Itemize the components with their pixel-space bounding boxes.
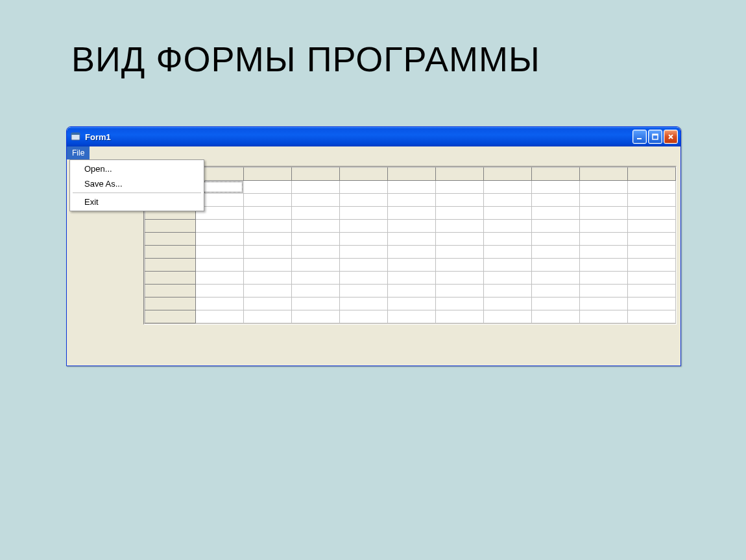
grid-cell[interactable] <box>196 285 244 298</box>
grid-cell[interactable] <box>484 220 532 233</box>
close-button[interactable] <box>664 130 678 144</box>
grid-cell[interactable] <box>580 272 628 285</box>
grid-cell[interactable] <box>388 207 436 220</box>
grid-cell[interactable] <box>340 194 388 207</box>
grid-cell[interactable] <box>484 310 532 323</box>
grid-cell[interactable] <box>388 310 436 323</box>
grid-cell[interactable] <box>244 259 292 272</box>
grid-cell[interactable] <box>580 246 628 259</box>
grid-cell[interactable] <box>484 194 532 207</box>
grid-cell[interactable] <box>580 298 628 310</box>
grid-cell[interactable] <box>196 272 244 285</box>
grid-cell[interactable] <box>580 194 628 207</box>
grid-cell[interactable] <box>340 246 388 259</box>
grid-row-header[interactable] <box>145 285 196 298</box>
grid-cell[interactable] <box>244 194 292 207</box>
grid-cell[interactable] <box>628 285 676 298</box>
grid-cell[interactable] <box>340 272 388 285</box>
grid-cell[interactable] <box>292 207 340 220</box>
grid-cell[interactable] <box>628 259 676 272</box>
grid-cell[interactable] <box>388 194 436 207</box>
grid-col-header[interactable] <box>388 168 436 181</box>
grid-cell[interactable] <box>244 310 292 323</box>
grid-cell[interactable] <box>484 233 532 246</box>
grid-cell[interactable] <box>580 259 628 272</box>
grid-cell[interactable] <box>628 233 676 246</box>
grid-cell[interactable] <box>484 259 532 272</box>
grid-cell[interactable] <box>580 285 628 298</box>
grid-cell[interactable] <box>532 298 580 310</box>
grid-row-header[interactable] <box>145 259 196 272</box>
grid-cell[interactable] <box>436 220 484 233</box>
grid-cell[interactable] <box>388 272 436 285</box>
grid-cell[interactable] <box>388 220 436 233</box>
grid-col-header[interactable] <box>580 168 628 181</box>
grid-cell[interactable] <box>196 310 244 323</box>
grid-cell[interactable] <box>484 246 532 259</box>
grid-col-header[interactable] <box>628 168 676 181</box>
grid-cell[interactable] <box>532 220 580 233</box>
titlebar[interactable]: Form1 <box>67 127 680 146</box>
grid-cell[interactable] <box>244 233 292 246</box>
menu-file[interactable]: File <box>67 146 90 159</box>
grid-cell[interactable] <box>436 207 484 220</box>
grid-cell[interactable] <box>436 285 484 298</box>
grid-row-header[interactable] <box>145 310 196 323</box>
grid-cell[interactable] <box>532 259 580 272</box>
grid-cell[interactable] <box>244 285 292 298</box>
grid-cell[interactable] <box>292 194 340 207</box>
grid-cell[interactable] <box>628 310 676 323</box>
grid-col-header[interactable] <box>484 168 532 181</box>
grid-cell[interactable] <box>340 233 388 246</box>
grid-cell[interactable] <box>244 272 292 285</box>
grid-cell[interactable] <box>532 272 580 285</box>
grid-cell[interactable] <box>628 220 676 233</box>
grid-cell[interactable] <box>436 298 484 310</box>
grid-cell[interactable] <box>196 233 244 246</box>
grid-cell[interactable] <box>292 233 340 246</box>
grid-cell[interactable] <box>244 181 292 194</box>
grid-cell[interactable] <box>196 246 244 259</box>
grid-cell[interactable] <box>484 285 532 298</box>
grid-cell[interactable] <box>484 181 532 194</box>
grid-cell[interactable] <box>340 259 388 272</box>
grid-cell[interactable] <box>580 181 628 194</box>
grid-cell[interactable] <box>532 233 580 246</box>
grid-row-header[interactable] <box>145 246 196 259</box>
grid-cell[interactable] <box>436 233 484 246</box>
grid-cell[interactable] <box>628 298 676 310</box>
grid-cell[interactable] <box>484 272 532 285</box>
grid-row-header[interactable] <box>145 233 196 246</box>
grid-cell[interactable] <box>388 181 436 194</box>
grid-cell[interactable] <box>532 207 580 220</box>
grid-cell[interactable] <box>580 207 628 220</box>
grid-cell[interactable] <box>532 181 580 194</box>
grid-cell[interactable] <box>628 246 676 259</box>
minimize-button[interactable] <box>632 130 647 144</box>
grid-cell[interactable] <box>532 194 580 207</box>
grid-cell[interactable] <box>292 220 340 233</box>
grid-cell[interactable] <box>388 259 436 272</box>
grid-cell[interactable] <box>244 220 292 233</box>
grid-col-header[interactable] <box>436 168 484 181</box>
grid-cell[interactable] <box>388 233 436 246</box>
flex-grid[interactable] <box>143 166 677 325</box>
grid-cell[interactable] <box>292 298 340 310</box>
grid-cell[interactable] <box>340 310 388 323</box>
grid-cell[interactable] <box>340 181 388 194</box>
grid-cell[interactable] <box>628 207 676 220</box>
grid-cell[interactable] <box>340 207 388 220</box>
grid-cell[interactable] <box>532 285 580 298</box>
grid-cell[interactable] <box>292 310 340 323</box>
maximize-button[interactable] <box>648 130 662 144</box>
grid-cell[interactable] <box>244 207 292 220</box>
grid-cell[interactable] <box>580 233 628 246</box>
menu-item-exit[interactable]: Exit <box>71 194 202 209</box>
grid-cell[interactable] <box>532 246 580 259</box>
grid-cell[interactable] <box>196 220 244 233</box>
grid-cell[interactable] <box>436 246 484 259</box>
grid-col-header[interactable] <box>340 168 388 181</box>
grid-cell[interactable] <box>292 272 340 285</box>
grid-cell[interactable] <box>436 259 484 272</box>
grid-cell[interactable] <box>484 207 532 220</box>
